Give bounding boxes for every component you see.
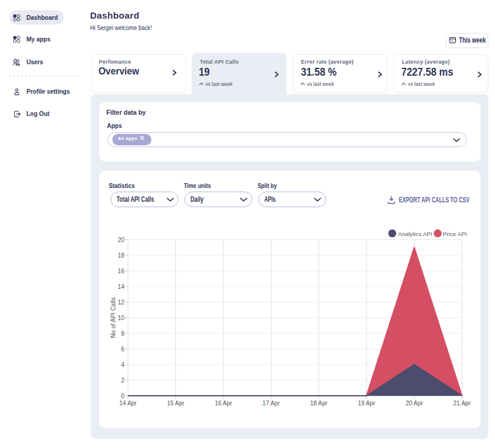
svg-text:21 Apr: 21 Apr bbox=[454, 400, 472, 407]
svg-text:Analytics API: Analytics API bbox=[398, 231, 433, 237]
svg-text:14 Apr: 14 Apr bbox=[120, 400, 138, 407]
svg-text:0: 0 bbox=[121, 393, 124, 399]
svg-text:18: 18 bbox=[118, 252, 125, 259]
svg-text:10: 10 bbox=[118, 315, 125, 321]
svg-text:16 Apr: 16 Apr bbox=[214, 400, 232, 407]
svg-text:14: 14 bbox=[118, 283, 125, 290]
svg-text:17 Apr: 17 Apr bbox=[263, 400, 281, 407]
svg-text:8: 8 bbox=[121, 330, 124, 337]
svg-text:15 Apr: 15 Apr bbox=[167, 400, 185, 407]
svg-text:4: 4 bbox=[121, 362, 124, 368]
svg-text:12: 12 bbox=[118, 299, 125, 306]
svg-text:Price API: Price API bbox=[443, 231, 467, 237]
svg-text:19 Apr: 19 Apr bbox=[358, 400, 376, 407]
svg-text:20: 20 bbox=[118, 237, 125, 243]
svg-text:18 Apr: 18 Apr bbox=[310, 400, 328, 407]
svg-text:16: 16 bbox=[118, 268, 125, 274]
svg-text:6: 6 bbox=[121, 346, 124, 353]
svg-text:20 Apr: 20 Apr bbox=[405, 400, 424, 407]
svg-text:No of API Calls: No of API Calls bbox=[110, 297, 117, 338]
svg-text:2: 2 bbox=[121, 377, 124, 384]
